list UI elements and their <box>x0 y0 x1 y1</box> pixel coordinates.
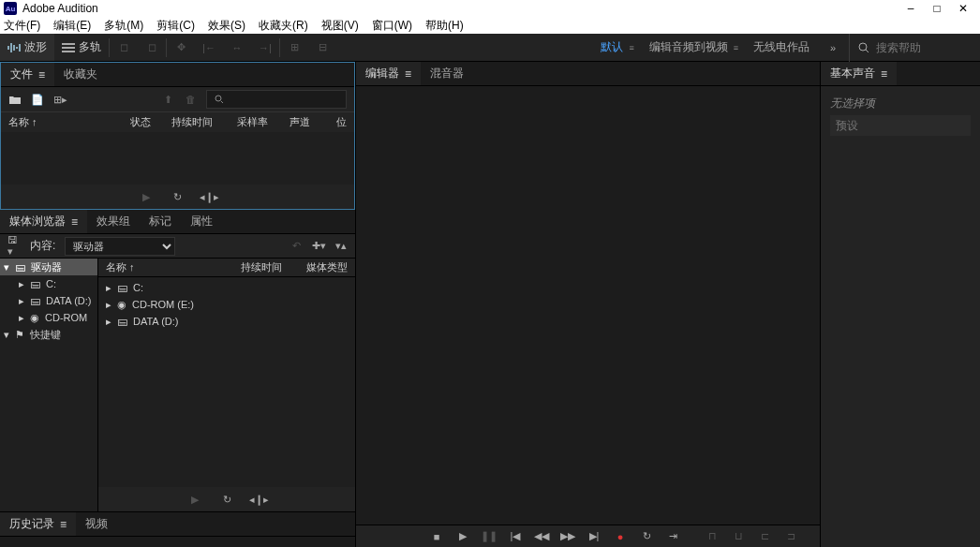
media-shortcut-icon[interactable]: 🖫▾ <box>7 240 21 253</box>
col-channels[interactable]: 声道 <box>290 115 336 129</box>
toolbar-waveform[interactable]: 波形 <box>0 34 54 61</box>
toolbar-razor-tool[interactable]: |← <box>195 34 223 61</box>
workspace-default[interactable]: 默认 ≡ <box>601 39 631 55</box>
media-loop-icon[interactable]: ↻ <box>220 493 233 506</box>
stop-button[interactable]: ■ <box>430 530 443 543</box>
svg-rect-3 <box>16 47 18 49</box>
col-duration[interactable]: 持续时间 <box>171 115 237 129</box>
hamburger-icon[interactable]: ≡ <box>881 67 887 81</box>
multitrack-icon <box>62 41 75 54</box>
col-status[interactable]: 状态 <box>130 115 171 129</box>
add-shortcut-icon[interactable]: ✚▾ <box>312 240 325 253</box>
menu-edit[interactable]: 编辑(E) <box>53 18 91 34</box>
tree-d[interactable]: ▸ 🖴 DATA (D:) <box>0 292 97 309</box>
files-play-icon[interactable]: ▶ <box>140 190 153 203</box>
tree-c[interactable]: ▸ 🖴 C: <box>0 275 97 292</box>
trash-icon[interactable]: 🗑 <box>184 93 197 106</box>
chevron-right-icon: ▸ <box>19 278 24 290</box>
record-button[interactable]: ● <box>614 530 627 543</box>
tab-file[interactable]: 文件 ≡ <box>1 63 54 86</box>
svg-rect-5 <box>62 43 75 45</box>
tab-properties[interactable]: 属性 <box>181 210 222 233</box>
media-play-icon[interactable]: ▶ <box>188 493 201 506</box>
play-button[interactable]: ▶ <box>456 530 469 543</box>
tab-basic-sound[interactable]: 基本声音 ≡ <box>821 62 897 85</box>
col-pos[interactable]: 位 <box>336 115 347 129</box>
minimize-button[interactable]: – <box>898 1 924 16</box>
zoom-group-4[interactable]: ⊐ <box>784 530 797 543</box>
toolbar-extra-2[interactable]: ⊟ <box>308 34 336 61</box>
files-loop-icon[interactable]: ↻ <box>171 190 185 203</box>
new-file-icon[interactable]: 📄 <box>31 93 44 106</box>
hamburger-icon[interactable]: ≡ <box>405 67 411 81</box>
tab-history[interactable]: 历史记录 ≡ <box>0 512 76 536</box>
tab-markers[interactable]: 标记 <box>140 210 181 233</box>
media-list: ▸ 🖴 C: ▸ ◉ CD-ROM (E:) ▸ 🖴 <box>98 277 355 487</box>
list-item[interactable]: ▸ ◉ CD-ROM (E:) <box>102 296 351 313</box>
preset-label: 预设 <box>836 118 858 134</box>
toolbar-tool-1[interactable]: ◻ <box>110 34 138 61</box>
tab-effects-rack[interactable]: 效果组 <box>87 210 140 233</box>
menu-help[interactable]: 帮助(H) <box>425 18 464 34</box>
mcol-duration[interactable]: 持续时间 <box>241 260 306 274</box>
menu-clip[interactable]: 剪辑(C) <box>156 18 195 34</box>
col-samplerate[interactable]: 采样率 <box>237 115 290 129</box>
forward-button[interactable]: ▶▶ <box>561 530 574 543</box>
mcol-name[interactable]: 名称 ↑ <box>106 260 241 274</box>
files-autoplay-icon[interactable]: ◂❙▸ <box>203 190 216 203</box>
loop-button[interactable]: ↻ <box>640 530 653 543</box>
open-file-icon[interactable] <box>8 93 22 106</box>
new-multitrack-icon[interactable]: ⊞▸ <box>53 93 67 106</box>
goto-start-button[interactable]: |◀ <box>509 530 522 543</box>
toolbar-move-tool[interactable]: ✥ <box>167 34 195 61</box>
toolbar-extra-1[interactable]: ⊞ <box>280 34 308 61</box>
zoom-group-2[interactable]: ⊔ <box>732 530 745 543</box>
mcol-type[interactable]: 媒体类型 <box>306 260 348 274</box>
drive-icon: 🖴 <box>117 316 127 327</box>
hamburger-icon[interactable]: ≡ <box>71 215 78 229</box>
toolbar-tool-2[interactable]: ◻ <box>138 34 166 61</box>
menu-favorites[interactable]: 收藏夹(R) <box>259 18 308 34</box>
toolbar-slip-tool[interactable]: ↔ <box>223 34 251 61</box>
close-button[interactable]: ✕ <box>950 1 976 16</box>
more-workspaces-icon[interactable]: » <box>826 41 839 54</box>
workspace-radio[interactable]: 无线电作品 <box>753 39 809 55</box>
tab-editor[interactable]: 编辑器 ≡ <box>356 62 421 85</box>
content-select[interactable]: 驱动器 <box>65 237 175 256</box>
skip-selection-button[interactable]: ⇥ <box>666 530 679 543</box>
col-name[interactable]: 名称 ↑ <box>8 115 130 129</box>
hamburger-icon[interactable]: ≡ <box>60 518 67 531</box>
tab-video[interactable]: 视频 <box>76 512 117 536</box>
back-icon[interactable]: ↶ <box>290 240 303 253</box>
rewind-button[interactable]: ◀◀ <box>535 530 548 543</box>
import-icon[interactable]: ⬆ <box>161 93 174 106</box>
menu-window[interactable]: 窗口(W) <box>372 18 412 34</box>
tree-cdrom[interactable]: ▸ ◉ CD-ROM <box>0 309 97 326</box>
toolbar-time-tool[interactable]: →| <box>251 34 279 61</box>
media-autoplay-icon[interactable]: ◂❙▸ <box>252 493 265 506</box>
filter-icon[interactable]: ▾▴ <box>334 240 348 253</box>
tree-shortcuts[interactable]: ▾ ⚑ 快捷键 <box>0 326 97 343</box>
menu-view[interactable]: 视图(V) <box>321 18 359 34</box>
hamburger-icon[interactable]: ≡ <box>38 68 45 81</box>
zoom-group-1[interactable]: ⊓ <box>705 530 719 543</box>
search-help-input[interactable] <box>876 41 970 54</box>
zoom-group-3[interactable]: ⊏ <box>758 530 771 543</box>
tree-drives[interactable]: ▾ 🖴 驱动器 <box>0 259 97 275</box>
tab-media-browser[interactable]: 媒体浏览器 ≡ <box>0 210 87 233</box>
files-filter-input[interactable] <box>206 90 347 109</box>
maximize-button[interactable]: □ <box>924 1 950 16</box>
list-item[interactable]: ▸ 🖴 DATA (D:) <box>102 313 351 330</box>
chevron-right-icon: ▸ <box>19 312 24 324</box>
menu-file[interactable]: 文件(F) <box>4 18 40 34</box>
toolbar-multitrack[interactable]: 多轨 <box>54 34 109 61</box>
tab-favorites[interactable]: 收藏夹 <box>54 63 107 86</box>
chevron-right-icon: ▸ <box>19 295 24 307</box>
list-item[interactable]: ▸ 🖴 C: <box>102 279 351 296</box>
menu-effects[interactable]: 效果(S) <box>208 18 245 34</box>
workspace-edit-av[interactable]: 编辑音频到视频 ≡ <box>649 39 736 55</box>
goto-end-button[interactable]: ▶| <box>587 530 601 543</box>
menu-multitrack[interactable]: 多轨(M) <box>104 18 143 34</box>
pause-button[interactable]: ❚❚ <box>483 530 496 543</box>
tab-mixer[interactable]: 混音器 <box>421 62 473 85</box>
